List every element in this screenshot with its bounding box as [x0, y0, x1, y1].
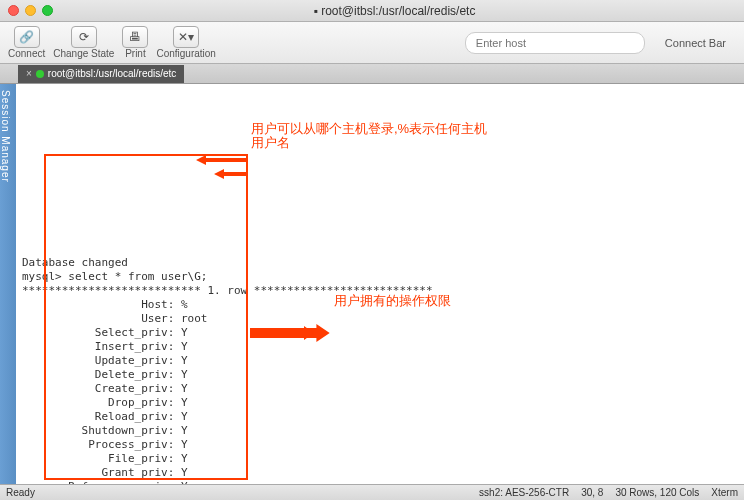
traffic-lights — [8, 5, 53, 16]
connect-button[interactable]: 🔗 Connect — [8, 26, 45, 59]
terminal-output[interactable]: 用户可以从哪个主机登录,%表示任何主机 用户名 用户拥有的操作权限 Databa… — [16, 84, 744, 484]
change-state-icon: ⟳ — [71, 26, 97, 48]
connect-icon: 🔗 — [14, 26, 40, 48]
configuration-label: Configuration — [156, 48, 215, 59]
terminal-line: References_priv: Y — [22, 480, 738, 484]
status-cursor-pos: 30, 8 — [581, 487, 603, 498]
close-tab-icon[interactable]: × — [26, 68, 32, 79]
session-tab[interactable]: × root@itbsl:/usr/local/redis/etc — [18, 65, 184, 83]
change-state-button[interactable]: ⟳ Change State — [53, 26, 114, 59]
tab-label: root@itbsl:/usr/local/redis/etc — [48, 68, 177, 79]
status-ssh: ssh2: AES-256-CTR — [479, 487, 569, 498]
status-terminal-size: 30 Rows, 120 Cols — [615, 487, 699, 498]
status-term-type: Xterm — [711, 487, 738, 498]
arrow-privs — [250, 296, 330, 370]
window-title: ▪ root@itbsl:/usr/local/redis/etc — [53, 4, 736, 18]
connect-label: Connect — [8, 48, 45, 59]
session-manager-label: Session Manager — [0, 90, 11, 183]
arrow-user — [214, 140, 254, 208]
tab-bar: × root@itbsl:/usr/local/redis/etc — [0, 64, 744, 84]
print-icon: 🖶 — [122, 26, 148, 48]
configuration-icon: ✕▾ — [173, 26, 199, 48]
print-button[interactable]: 🖶 Print — [122, 26, 148, 59]
session-manager-sidebar[interactable]: Session Manager — [0, 84, 16, 484]
connect-bar-label: Connect Bar — [665, 37, 726, 49]
connected-status-icon — [36, 70, 44, 78]
status-bar: Ready ssh2: AES-256-CTR 30, 8 30 Rows, 1… — [0, 484, 744, 500]
host-input[interactable] — [465, 32, 645, 54]
toolbar: 🔗 Connect ⟳ Change State 🖶 Print ✕▾ Conf… — [0, 22, 744, 64]
window-titlebar: ▪ root@itbsl:/usr/local/redis/etc — [0, 0, 744, 22]
close-window-button[interactable] — [8, 5, 19, 16]
minimize-window-button[interactable] — [25, 5, 36, 16]
status-ready: Ready — [6, 487, 35, 498]
print-label: Print — [125, 48, 146, 59]
change-state-label: Change State — [53, 48, 114, 59]
annotation-host: 用户可以从哪个主机登录,%表示任何主机 — [251, 122, 487, 136]
svg-marker-1 — [214, 169, 248, 179]
annotation-user: 用户名 — [251, 136, 290, 150]
configuration-button[interactable]: ✕▾ Configuration — [156, 26, 215, 59]
window-title-text: root@itbsl:/usr/local/redis/etc — [321, 4, 475, 18]
annotation-privs: 用户拥有的操作权限 — [334, 294, 451, 308]
terminal-icon: ▪ — [314, 4, 318, 18]
maximize-window-button[interactable] — [42, 5, 53, 16]
